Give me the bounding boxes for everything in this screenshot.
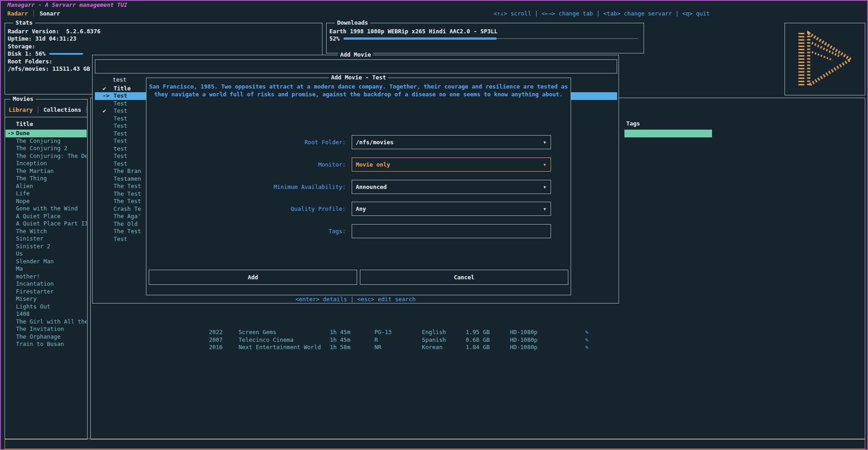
movie-list-item[interactable]: Sinister bbox=[5, 235, 87, 243]
movie-search-input[interactable]: test bbox=[95, 59, 617, 73]
quality-profile-select[interactable]: Any▼ bbox=[352, 202, 551, 216]
tab-library[interactable]: Library bbox=[9, 106, 33, 114]
movie-runtime: 1h 45m bbox=[330, 336, 350, 344]
movie-list-item[interactable]: Nope bbox=[5, 198, 87, 205]
title-column-header: Title bbox=[16, 120, 33, 127]
movie-list-item[interactable]: ->Dune bbox=[5, 130, 87, 137]
movie-list-item[interactable]: 1408 bbox=[5, 310, 87, 318]
movie-list-item[interactable]: Life bbox=[5, 190, 87, 198]
movie-title: Lights Out bbox=[16, 303, 50, 310]
add-movie-modal-title: Add Movie - Test bbox=[329, 74, 388, 81]
movie-list-item[interactable]: The Invitation bbox=[5, 325, 87, 333]
quality-profile-label: Quality Profile: bbox=[146, 205, 346, 212]
root-folder-label: Root Folder: bbox=[146, 139, 346, 146]
movie-list-item[interactable]: mother! bbox=[5, 273, 87, 281]
dropdown-arrow-icon: ▼ bbox=[544, 158, 546, 172]
tags-input[interactable] bbox=[352, 224, 551, 238]
minimum-availability-select[interactable]: Announced▼ bbox=[352, 180, 551, 194]
movie-list-item[interactable]: Us bbox=[5, 250, 87, 258]
result-title: Crash Te bbox=[114, 205, 141, 213]
tab-sonarr[interactable]: Sonarr bbox=[40, 10, 60, 17]
monitor-select[interactable]: Movie only▼ bbox=[352, 157, 551, 172]
movie-list-item[interactable]: Gone with the Wind bbox=[5, 205, 87, 213]
minimum-availability-label: Minimum Availability: bbox=[146, 183, 346, 190]
movie-list-item[interactable]: The Witch bbox=[5, 228, 87, 235]
add-button[interactable]: Add bbox=[149, 270, 357, 285]
movie-list-item[interactable]: Alien bbox=[5, 183, 87, 190]
movie-list-item[interactable]: A Quiet Place bbox=[5, 213, 87, 220]
result-title: The Test bbox=[114, 198, 141, 205]
quality-profile-value: Any bbox=[352, 205, 366, 212]
result-title: The Test bbox=[114, 183, 141, 190]
servarr-tabs: Radarr │ Sonarr bbox=[7, 10, 60, 17]
movie-list-item[interactable]: The Conjuring: The De bbox=[5, 152, 87, 160]
movie-list-item[interactable]: Lights Out bbox=[5, 303, 87, 311]
movie-table-row[interactable]: 2022Screen Gems1h 45mPG-13English1.95 GB… bbox=[91, 328, 865, 336]
download-progress-row: 52% bbox=[329, 35, 640, 42]
movie-list-item[interactable]: Incantation bbox=[5, 280, 87, 288]
movie-title: A Quiet Place bbox=[16, 213, 61, 220]
result-title: Test bbox=[114, 137, 127, 145]
movie-title: The Conjuring 2 bbox=[16, 145, 68, 152]
movie-year: 2016 bbox=[209, 343, 223, 351]
movie-title: The Witch bbox=[16, 228, 47, 235]
minimum-availability-value: Announced bbox=[352, 183, 387, 190]
movie-list-item[interactable]: The Conjuring 2 bbox=[5, 145, 87, 152]
monitored-icon: ✎ bbox=[585, 343, 589, 351]
download-percent: 52% bbox=[329, 35, 340, 42]
movie-list-item[interactable]: Train to Busan bbox=[5, 340, 87, 348]
tab-separator: │ bbox=[32, 10, 36, 17]
quality-profile-form-row: Quality Profile:Any▼ bbox=[146, 202, 571, 216]
bottom-help-bar: <a> add | <e> edit | <o> sort | <del> de… bbox=[5, 439, 865, 449]
result-title: test bbox=[114, 145, 127, 153]
movie-title: A Quiet Place Part II bbox=[16, 220, 87, 227]
movie-list-item[interactable]: The Orphanage bbox=[5, 333, 87, 341]
app-title: Managarr - A Servarr management TUI bbox=[7, 1, 127, 8]
movie-list-item[interactable]: Firestarter bbox=[5, 288, 87, 296]
movie-table-row[interactable]: 2016Next Entertainment World1h 58mNRKore… bbox=[91, 343, 865, 351]
movie-title: Nope bbox=[16, 198, 30, 204]
movie-list-item[interactable]: Misery bbox=[5, 295, 87, 303]
movie-list-item[interactable]: Slender Man bbox=[5, 258, 87, 266]
movie-list-item[interactable]: The Girl with All the bbox=[5, 318, 87, 326]
movie-list-item[interactable]: The Martian bbox=[5, 167, 87, 175]
download-progress-track bbox=[497, 38, 638, 39]
selection-arrow-icon: -> bbox=[7, 130, 14, 137]
result-title: Test bbox=[114, 130, 127, 138]
movie-overview-line: San Francisco, 1985. Two opposites attra… bbox=[146, 83, 571, 91]
monitored-icon: ✎ bbox=[585, 328, 589, 336]
tab-collections[interactable]: Collections bbox=[43, 106, 81, 114]
movie-language: Korean bbox=[422, 343, 442, 351]
tags-column-header: Tags bbox=[626, 120, 640, 127]
cancel-button-label: Cancel bbox=[454, 274, 474, 281]
tab-separator: │ bbox=[36, 106, 40, 114]
tab-radarr[interactable]: Radarr bbox=[7, 10, 28, 17]
movie-title: The Conjuring: The De bbox=[16, 152, 87, 159]
root-folder-select[interactable]: /nfs/movies▼ bbox=[352, 135, 551, 149]
movie-list-item[interactable]: The Thing bbox=[5, 175, 87, 183]
movie-list-item[interactable]: A Quiet Place Part II bbox=[5, 220, 87, 228]
movie-list-item[interactable]: The Conjuring bbox=[5, 137, 87, 145]
movie-studio: Screen Gems bbox=[239, 328, 276, 336]
movie-title: Us bbox=[16, 250, 23, 257]
movies-panel: Movies Library │ Collections │ Title ->D… bbox=[5, 99, 88, 440]
search-help-text: <enter> details | <esc> edit search bbox=[93, 296, 619, 303]
movie-title: The Conjuring bbox=[16, 137, 61, 144]
movie-list-item[interactable]: Ma bbox=[5, 265, 87, 273]
stats-panel-title: Stats bbox=[13, 19, 35, 26]
movie-table-row[interactable]: 2007Telecinco Cinema1h 45mRSpanish0.68 G… bbox=[91, 336, 865, 344]
movie-title: Life bbox=[16, 190, 30, 197]
movie-title: Firestarter bbox=[16, 288, 54, 295]
download-progress-gauge bbox=[343, 35, 638, 42]
movies-panel-title: Movies bbox=[10, 95, 36, 102]
movie-quality: HD-1080p bbox=[510, 328, 537, 336]
movie-list-item[interactable]: Inception bbox=[5, 160, 87, 167]
movie-list-item[interactable]: Sinister 2 bbox=[5, 243, 87, 251]
cancel-button[interactable]: Cancel bbox=[360, 270, 568, 285]
movie-studio: Next Entertainment World bbox=[239, 343, 321, 351]
movie-title: Inception bbox=[16, 160, 47, 167]
movie-size: 1.95 GB bbox=[466, 328, 490, 336]
movie-title: Slender Man bbox=[16, 258, 54, 265]
movie-title: Misery bbox=[16, 295, 36, 302]
movie-size: 1.84 GB bbox=[466, 343, 490, 351]
